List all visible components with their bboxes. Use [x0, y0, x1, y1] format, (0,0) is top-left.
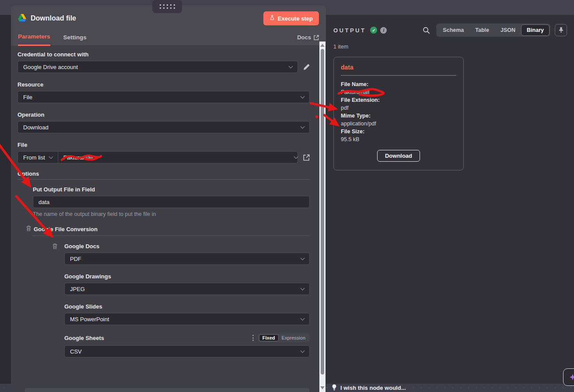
trash-icon — [26, 225, 31, 231]
success-check-icon: ✓ — [370, 27, 377, 34]
pin-data-button[interactable] — [555, 24, 567, 36]
scrollbar-thumb[interactable] — [321, 49, 324, 375]
file-name-label: File Name: — [341, 80, 456, 88]
pencil-icon — [303, 64, 310, 70]
parameter-options-icon[interactable] — [252, 335, 254, 341]
google-drive-icon — [18, 14, 26, 23]
google-sheets-select[interactable]: CSV — [64, 345, 310, 357]
operation-label: Operation — [18, 111, 310, 118]
execute-step-button[interactable]: Execute step — [263, 11, 319, 25]
fixed-expression-toggle: Fixed Expression — [258, 333, 310, 342]
google-sheets-label: Google Sheets — [64, 335, 104, 341]
resource-select[interactable]: File — [18, 91, 310, 103]
resource-label: Resource — [18, 81, 310, 88]
options-label: Options — [18, 170, 310, 177]
file-name-value: Fakturamall — [341, 88, 456, 96]
feedback-hint-text: I wish this node would... — [340, 385, 406, 391]
external-link-icon — [303, 154, 310, 161]
info-icon[interactable]: i — [380, 27, 387, 34]
file-size-value: 95.5 kB — [341, 135, 456, 143]
node-detail-panel: Download file Execute step Parameters Se… — [11, 5, 326, 392]
chevron-down-icon — [301, 94, 305, 99]
chevron-down-icon — [289, 64, 293, 69]
toggle-fixed[interactable]: Fixed — [259, 334, 279, 341]
delete-option-button[interactable] — [52, 243, 57, 251]
external-link-icon — [314, 35, 319, 40]
node-feedback-link[interactable]: I wish this node would... — [332, 384, 406, 392]
card-divider — [341, 75, 456, 76]
edit-credential-button[interactable] — [303, 64, 310, 70]
panel-tabs: Parameters Settings Docs — [18, 31, 319, 46]
output-header: OUTPUT ✓ i Schema Table JSON Binary — [326, 15, 574, 37]
google-slides-label: Google Slides — [64, 303, 310, 310]
trash-icon — [52, 243, 57, 249]
scroll-up-arrow[interactable] — [320, 44, 325, 47]
options-divider — [18, 179, 310, 180]
operation-select[interactable]: Download — [18, 121, 310, 133]
add-option-button[interactable]: Add option — [25, 388, 309, 392]
credential-select[interactable]: Google Drive account — [18, 61, 298, 73]
download-file-button[interactable]: Download — [377, 150, 420, 162]
file-label: File — [18, 142, 310, 148]
file-value: Fakturamall — [58, 154, 93, 161]
output-view-switcher: Schema Table JSON Binary — [436, 24, 550, 37]
binary-field-title: data — [341, 64, 456, 71]
tab-table[interactable]: Table — [469, 24, 495, 36]
mime-type-label: Mime Type: — [341, 112, 456, 120]
lightbulb-icon — [332, 384, 337, 392]
output-pane: OUTPUT ✓ i Schema Table JSON Binary 1 it… — [326, 15, 574, 384]
conversion-label: Google File Conversion — [34, 226, 98, 232]
pin-icon — [558, 27, 564, 33]
chevron-down-icon — [301, 286, 305, 291]
docs-link[interactable]: Docs — [297, 34, 319, 45]
chevron-down-icon — [294, 155, 298, 159]
chevron-down-icon — [301, 125, 305, 129]
parameters-form: Credential to connect with Google Drive … — [11, 46, 326, 392]
file-extension-value: pdf — [341, 104, 456, 112]
chevron-down-icon — [301, 316, 305, 321]
file-select[interactable]: From list Fakturamall — [18, 151, 298, 163]
output-items-count: 1 item — [333, 44, 574, 50]
file-extension-label: File Extension: — [341, 96, 456, 104]
panel-scrollbar[interactable] — [319, 42, 326, 392]
tab-parameters[interactable]: Parameters — [18, 33, 50, 46]
scroll-down-arrow[interactable] — [320, 386, 325, 389]
sparkle-icon — [568, 372, 574, 382]
google-docs-select[interactable]: PDF — [64, 253, 310, 265]
google-drawings-label: Google Drawings — [64, 273, 310, 280]
output-field-input[interactable]: data — [33, 196, 310, 208]
panel-drag-handle[interactable] — [152, 0, 182, 13]
toggle-expression[interactable]: Expression — [279, 335, 308, 341]
flask-icon — [270, 15, 275, 22]
chevron-down-icon — [301, 349, 305, 353]
credential-label: Credential to connect with — [18, 51, 310, 58]
output-field-hint: The name of the output binary field to p… — [33, 211, 310, 217]
output-field-label: Put Output File in Field — [33, 186, 310, 193]
tab-binary[interactable]: Binary — [521, 24, 550, 36]
output-title: OUTPUT — [333, 27, 366, 34]
google-drawings-select[interactable]: JPEG — [64, 283, 310, 295]
file-size-label: File Size: — [341, 128, 456, 135]
tab-schema[interactable]: Schema — [437, 24, 469, 36]
node-title: Download file — [31, 14, 76, 22]
tab-settings[interactable]: Settings — [63, 34, 87, 45]
tab-json[interactable]: JSON — [495, 24, 521, 36]
google-slides-select[interactable]: MS PowerPoint — [64, 313, 310, 325]
chevron-down-icon — [49, 155, 53, 159]
conversion-divider — [32, 236, 310, 236]
delete-option-button[interactable] — [26, 225, 31, 233]
file-mode-select[interactable]: From list — [18, 152, 58, 163]
binary-output-card: data File Name: Fakturamall File Extensi… — [333, 57, 464, 170]
google-docs-label: Google Docs — [64, 243, 310, 250]
mime-type-value: application/pdf — [341, 120, 456, 128]
drag-dots-icon — [160, 4, 175, 9]
chevron-down-icon — [301, 256, 305, 260]
open-file-externally-button[interactable] — [303, 154, 310, 161]
ai-assistant-button[interactable] — [563, 368, 574, 386]
search-icon[interactable] — [423, 27, 430, 34]
